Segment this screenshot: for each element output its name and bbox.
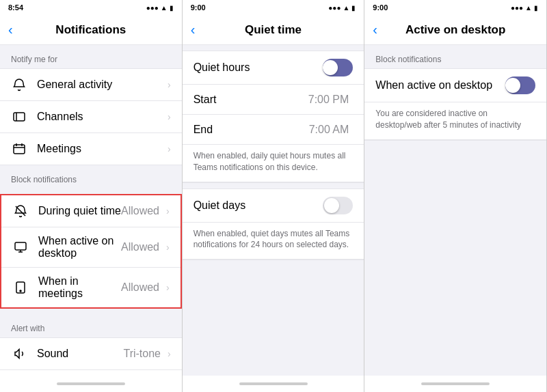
home-indicator-3 — [421, 382, 490, 385]
quiet-days-toggle-thumb — [324, 198, 339, 213]
status-time-2: 9:00 — [191, 3, 206, 12]
svg-rect-0 — [14, 113, 25, 121]
spacer-4 — [183, 260, 364, 274]
wifi-icon-2: ▲ — [343, 4, 349, 12]
list-item-meetings[interactable]: Meetings › — [0, 133, 182, 165]
end-label: End — [194, 124, 309, 136]
wifi-icon: ▲ — [161, 4, 168, 12]
status-time-1: 8:54 — [8, 3, 23, 12]
sound-value: Tri-tone — [123, 348, 161, 360]
list-item-active-on-desktop[interactable]: When active on desktop — [364, 69, 546, 102]
back-button-3[interactable]: ‹ — [373, 22, 377, 38]
list-item-end[interactable]: End 7:00 AM — [183, 115, 364, 145]
nav-title-1: Notifications — [11, 23, 171, 37]
active-desktop-list: When active on desktop You are considere… — [364, 68, 546, 141]
chevron-icon-4: › — [166, 206, 170, 216]
list-item-quiet-days[interactable]: Quiet days — [183, 189, 364, 223]
active-desktop-value: Allowed — [121, 241, 159, 253]
list-item-sound[interactable]: Sound Tri-tone › — [0, 338, 182, 370]
nav-bar-1: ‹ Notifications — [0, 15, 182, 45]
back-button-2[interactable]: ‹ — [191, 22, 196, 38]
chevron-icon-2: › — [168, 111, 171, 122]
spacer-5 — [364, 141, 546, 154]
nav-title-2: Quiet time — [194, 23, 353, 37]
status-time-3: 9:00 — [373, 3, 388, 12]
home-indicator-2 — [239, 382, 308, 385]
notify-list: General activity › Channels › — [0, 68, 182, 165]
meetings-label: Meetings — [37, 143, 168, 155]
list-item-channels[interactable]: Channels › — [0, 101, 182, 133]
chevron-icon-6: › — [166, 282, 170, 293]
status-icons-1: ●●● ▲ ▮ — [146, 4, 174, 12]
quiet-hours-toggle-thumb — [323, 60, 338, 75]
phone-icon — [12, 279, 29, 296]
signal-icon: ●●● — [146, 4, 159, 12]
active-desktop-description: You are considered inactive on desktop/w… — [364, 102, 546, 140]
notify-section-label: Notify me for — [0, 45, 182, 68]
list-item-meetings-block[interactable]: When in meetings Allowed › — [1, 268, 181, 307]
list-item-quiet-hours[interactable]: Quiet hours — [183, 51, 364, 85]
status-icons-2: ●●● ▲ ▮ — [328, 4, 356, 12]
spacer-2 — [183, 45, 364, 51]
battery-icon: ▮ — [170, 4, 174, 12]
chevron-icon-5: › — [166, 242, 170, 253]
wifi-icon-3: ▲ — [525, 4, 532, 12]
quiet-time-content: Quiet hours Start 7:00 PM End 7:00 AM Wh… — [183, 45, 364, 376]
quiet-time-right: Allowed › — [121, 205, 170, 217]
list-item-active-desktop[interactable]: When active on desktop Allowed › — [1, 227, 181, 268]
status-bar-2: 9:00 ●●● ▲ ▮ — [183, 0, 364, 15]
nav-title-3: Active on desktop — [375, 23, 535, 37]
panel-active-desktop: 9:00 ●●● ▲ ▮ ‹ Active on desktop Block n… — [364, 0, 547, 392]
list-item-quiet-time[interactable]: During quiet time Allowed › — [1, 195, 181, 227]
end-value: 7:00 AM — [309, 124, 349, 136]
back-button-1[interactable]: ‹ — [8, 22, 13, 38]
status-bar-3: 9:00 ●●● ▲ ▮ — [364, 0, 546, 15]
list-item-general-activity[interactable]: General activity › — [0, 69, 182, 101]
quiet-days-label: Quiet days — [194, 199, 323, 212]
active-desktop-right: Allowed › — [121, 241, 170, 253]
sound-right: Tri-tone › — [123, 348, 170, 360]
status-icons-3: ●●● ▲ ▮ — [511, 4, 538, 12]
nav-bar-3: ‹ Active on desktop — [364, 15, 546, 45]
list-item-start[interactable]: Start 7:00 PM — [183, 85, 364, 115]
block-notifications-label: Block notifications — [364, 45, 546, 68]
quiet-hours-desc: When enabled, daily quiet hours mutes al… — [183, 145, 364, 182]
bell-icon — [11, 76, 27, 93]
status-bar-1: 8:54 ●●● ▲ ▮ — [0, 0, 182, 15]
general-activity-label: General activity — [37, 79, 168, 91]
quiet-time-value: Allowed — [121, 205, 159, 217]
meetings-block-label: When in meetings — [38, 275, 121, 300]
quiet-hours-toggle[interactable] — [323, 59, 353, 76]
alert-list: Sound Tri-tone › Vibration (in-app only) — [0, 337, 182, 376]
nav-bar-2: ‹ Quiet time — [183, 15, 364, 45]
active-desktop-content: Block notifications When active on deskt… — [364, 45, 546, 376]
quiet-days-list: Quiet days When enabled, quiet days mute… — [183, 188, 364, 261]
channel-icon — [11, 109, 27, 125]
calendar-icon — [11, 141, 27, 157]
block-list: During quiet time Allowed › When active … — [0, 194, 182, 309]
battery-icon-3: ▮ — [534, 4, 538, 12]
quiet-hours-label: Quiet hours — [194, 61, 323, 74]
sound-label: Sound — [37, 348, 123, 360]
list-item-vibration[interactable]: Vibration (in-app only) — [0, 370, 182, 376]
quiet-hours-list: Quiet hours Start 7:00 PM End 7:00 AM Wh… — [183, 51, 364, 183]
active-desktop-toggle[interactable] — [505, 76, 535, 94]
bottom-bar-1 — [0, 376, 182, 392]
chevron-icon-7: › — [168, 348, 171, 359]
quiet-days-desc: When enabled, quiet days mutes all Teams… — [183, 223, 364, 260]
home-indicator-1 — [57, 382, 125, 385]
start-label: Start — [194, 94, 308, 106]
chevron-icon-3: › — [168, 143, 171, 154]
alert-section-label: Alert with — [0, 314, 182, 337]
bottom-bar-3 — [364, 376, 546, 392]
svg-point-10 — [20, 290, 21, 292]
notifications-content: Notify me for General activity › — [0, 45, 182, 376]
panel-quiet-time: 9:00 ●●● ▲ ▮ ‹ Quiet time Quiet hours St… — [183, 0, 365, 392]
signal-icon-3: ●●● — [511, 4, 523, 12]
block-section-label: Block notifications — [0, 165, 182, 188]
active-desktop-label: When active on desktop — [38, 235, 121, 260]
start-value: 7:00 PM — [308, 94, 349, 106]
quiet-time-icon — [12, 203, 29, 219]
channels-label: Channels — [37, 111, 168, 123]
quiet-days-toggle[interactable] — [323, 197, 353, 214]
